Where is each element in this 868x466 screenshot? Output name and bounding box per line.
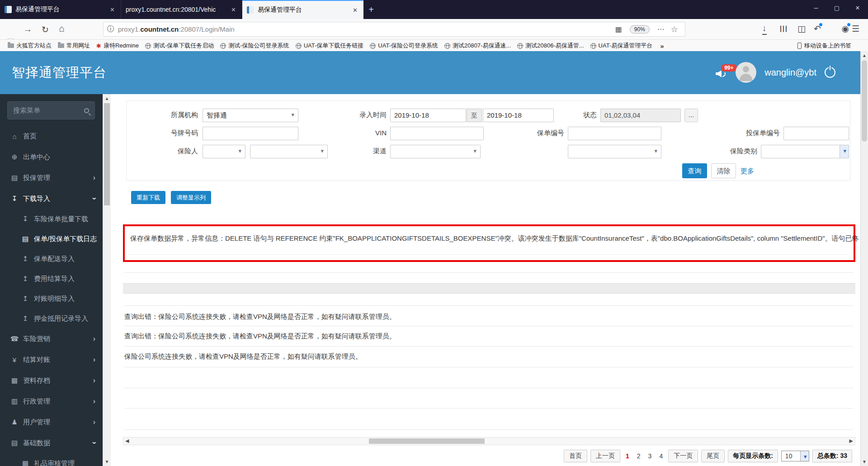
scroll-down-icon[interactable]: ▼ (103, 459, 111, 464)
account-icon[interactable]: ◉ (841, 24, 849, 33)
sidebar-item-礼品审核管理[interactable]: ▦礼品审核管理 (0, 453, 103, 466)
address-bar[interactable]: ⓘ proxy1.countnet.cn:20807/Login/Main ▦ … (103, 22, 685, 37)
bookmark-item[interactable]: 火狐官方站点 (5, 42, 55, 50)
zoom-level-button[interactable]: 90% (630, 25, 650, 33)
avatar[interactable] (736, 62, 756, 83)
page-number-2[interactable]: 2 (635, 451, 643, 461)
content-vertical-scrollbar[interactable]: ▲ ▼ (103, 94, 111, 466)
entry-date-to-input[interactable]: 2019-10-18 (483, 109, 554, 122)
tab-close-icon[interactable]: ✕ (108, 6, 116, 13)
qr-extension-icon[interactable]: ▦ (615, 25, 622, 33)
library-icon[interactable]: ☰ (778, 25, 788, 33)
scrollbar-thumb[interactable] (369, 438, 485, 444)
downloads-icon[interactable]: ↓ (762, 24, 767, 35)
bookmark-item[interactable]: 测试-保单下载任务启动 (142, 42, 217, 50)
scroll-right-icon[interactable]: ▶ (849, 438, 853, 444)
bookmark-item[interactable]: 测试20807-易保通速... (441, 42, 514, 50)
insurer-select-2[interactable] (250, 145, 328, 158)
bookmark-item[interactable]: ✱康特Redmine (93, 42, 142, 50)
sidebar-item-用户管理[interactable]: ♟用户管理› (0, 412, 103, 433)
sidebar-item-投保管理[interactable]: ▤投保管理› (0, 167, 103, 188)
entry-date-from-input[interactable]: 2019-10-18 (390, 109, 466, 122)
tab-close-icon[interactable]: ✕ (351, 7, 359, 14)
page-last-button[interactable]: 尾页 (701, 450, 725, 462)
scroll-down-icon[interactable]: ▼ (861, 459, 868, 464)
channel-select-2[interactable] (568, 145, 661, 158)
new-tab-button[interactable]: + (363, 0, 379, 19)
browser-tab-3-active[interactable]: 易保通管理平台 ✕ (242, 0, 363, 19)
notification-speaker-icon[interactable]: 99+ (716, 69, 727, 79)
sidebar-item-对账明细导入[interactable]: ↥对账明细导入 (0, 289, 103, 309)
search-icon[interactable] (84, 108, 89, 113)
clear-button[interactable]: 清除 (711, 163, 736, 178)
scroll-left-icon[interactable]: ◀ (125, 438, 129, 444)
site-info-icon[interactable]: ⓘ (107, 24, 114, 34)
policy-no-input[interactable] (568, 127, 661, 140)
window-minimize-button[interactable]: ─ (806, 0, 826, 15)
search-button[interactable]: 查询 (682, 163, 707, 178)
content-horizontal-scrollbar[interactable]: ◀ ▶ (123, 437, 855, 445)
status-input[interactable]: 01,02,03,04 (600, 109, 681, 122)
tab-close-icon[interactable]: ✕ (230, 6, 237, 13)
channel-select-1[interactable] (390, 145, 481, 158)
sidebar-search-input[interactable]: 搜索菜单 (7, 101, 95, 119)
sidebar-item-保单/投保单下载日志[interactable]: ▤保单/投保单下载日志 (0, 229, 103, 249)
bookmark-item[interactable]: 常用网址 (55, 42, 93, 50)
sidebar-item-车险营销[interactable]: ☎车险营销› (0, 328, 103, 349)
browser-tab-1[interactable]: 易保通管理平台 ✕ (0, 0, 121, 19)
application-no-input[interactable] (783, 127, 849, 140)
window-maximize-button[interactable]: ▢ (826, 0, 847, 15)
logout-power-icon[interactable] (825, 67, 835, 78)
scrollbar-thumb[interactable] (104, 103, 110, 205)
insurance-type-select[interactable] (761, 145, 849, 158)
bookmark-star-icon[interactable]: ☆ (671, 24, 678, 34)
undo-closed-tab-icon[interactable]: ↶ (814, 24, 821, 33)
window-close-button[interactable]: ✕ (847, 0, 868, 15)
bookmark-item[interactable]: 测试20806-易保通管... (514, 42, 587, 50)
page-number-3[interactable]: 3 (646, 451, 654, 461)
home-button[interactable]: ⌂ (59, 23, 65, 34)
sidebar-item-保单配送导入[interactable]: ↥保单配送导入 (0, 249, 103, 269)
scroll-up-icon[interactable]: ▲ (861, 53, 868, 58)
sidebar-item-首页[interactable]: ⌂首页 (0, 126, 103, 147)
forward-button[interactable]: → (24, 24, 32, 34)
scrollbar-thumb[interactable] (862, 60, 867, 142)
bookmark-item[interactable]: UAT-易保通管理平台 (587, 42, 656, 50)
page-number-4[interactable]: 4 (657, 451, 665, 461)
insurer-select-1[interactable] (203, 145, 245, 158)
page-actions-icon[interactable]: ⋯ (657, 25, 665, 33)
bookmark-item[interactable]: UAT-保险公司登录系统 (367, 42, 441, 50)
vin-input[interactable] (390, 127, 484, 140)
bookmarks-overflow-icon[interactable]: » (660, 42, 664, 50)
bookmark-item[interactable]: 测试-保险公司登录系统 (217, 42, 292, 50)
sidebar-item-label: 礼品审核管理 (34, 459, 75, 466)
page-size-select[interactable]: 10 (781, 451, 809, 461)
page-first-button[interactable]: 首页 (564, 450, 587, 462)
reload-button[interactable]: ↻ (42, 24, 49, 35)
org-select[interactable]: 智择通 (203, 109, 298, 122)
page-next-button[interactable]: 下一页 (668, 450, 698, 462)
scroll-up-icon[interactable]: ▲ (103, 96, 111, 101)
sidebar-item-出单中心[interactable]: ⊕出单中心 (0, 147, 103, 167)
bookmark-item[interactable]: UAT-保单下载任务链接 (292, 42, 367, 50)
redownload-button[interactable]: 重新下载 (131, 191, 165, 204)
sidebar-item-费用结算导入[interactable]: ↥费用结算导入 (0, 269, 103, 289)
sidebar-item-基础数据[interactable]: ▤基础数据› (0, 433, 103, 453)
sidebar-item-结算对账[interactable]: ¥结算对账› (0, 349, 103, 370)
mobile-bookmarks-item[interactable]: 移动设备上的书签 (794, 42, 854, 50)
sidebar-item-行政管理[interactable]: ▥行政管理› (0, 391, 103, 412)
page-prev-button[interactable]: 上一页 (590, 450, 620, 462)
more-link[interactable]: 更多 (741, 167, 754, 176)
status-more-button[interactable]: ... (684, 109, 698, 122)
sidebar-toggle-icon[interactable]: ◫ (797, 24, 806, 34)
sidebar-item-押金抵用记录导入[interactable]: ↥押金抵用记录导入 (0, 309, 103, 328)
menu-icon[interactable]: ☰ (852, 24, 859, 34)
page-number-1[interactable]: 1 (623, 451, 632, 461)
browser-tab-2[interactable]: proxy1.countnet.cn:20801/Vehic ✕ (121, 0, 242, 19)
sidebar-item-车险保单批量下载[interactable]: ↧车险保单批量下载 (0, 209, 103, 229)
plate-input[interactable] (203, 127, 298, 140)
sidebar-item-资料存档[interactable]: ▦资料存档› (0, 370, 103, 391)
browser-vertical-scrollbar[interactable]: ▲ ▼ (860, 51, 868, 466)
adjust-columns-button[interactable]: 调整显示列 (171, 191, 211, 204)
sidebar-item-下载导入[interactable]: ↧下载导入› (0, 188, 103, 209)
